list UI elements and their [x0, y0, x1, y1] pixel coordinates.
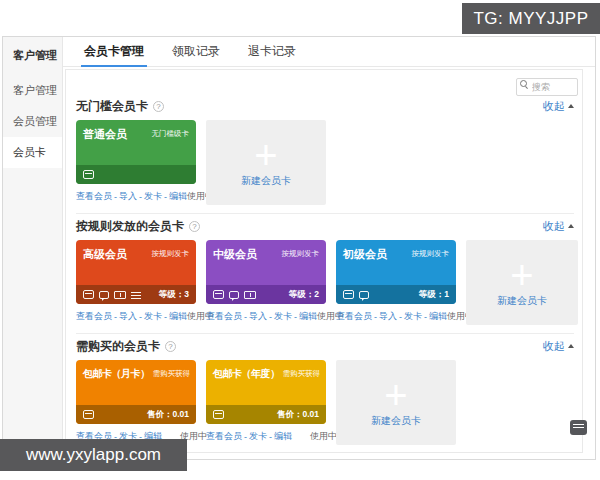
member-card-shipping-yearly: 包邮卡（年度） 需购买获得 售价：0.01 查看会员 - 发卡 [206, 360, 326, 443]
link-separator: - [269, 312, 272, 322]
link-edit[interactable]: 编辑 [169, 190, 187, 203]
new-member-card-tile[interactable]: + 新建会员卡 [336, 360, 456, 445]
new-card-label: 新建会员卡 [371, 414, 421, 428]
card-type-badge: 按规则发卡 [282, 247, 320, 285]
link-separator: - [114, 192, 117, 202]
link-separator: - [269, 432, 272, 442]
help-icon[interactable]: ? [189, 221, 200, 232]
link-separator: - [114, 312, 117, 322]
card-strip-text: 等级：3 [159, 289, 189, 301]
link-import[interactable]: 导入 [119, 310, 137, 323]
card-title: 初级会员 [343, 247, 387, 285]
card-actions: 查看会员 - 导入 - 发卡 - 编辑 使用中 [336, 310, 467, 323]
collapse-label: 收起 [543, 219, 565, 234]
link-view-members[interactable]: 查看会员 [206, 310, 242, 323]
plus-icon: + [384, 377, 407, 413]
member-card-intermediate: 中级会员 按规则发卡 等级：2 查看会员 [206, 240, 326, 323]
card-type-badge: 需购买获得 [283, 367, 321, 405]
tab-member-card-management[interactable]: 会员卡管理 [81, 37, 147, 66]
section-rule-issued-cards: 按规则发放的会员卡 ? 收起 高级会员 按规则发卡 [76, 217, 578, 325]
link-separator: - [374, 312, 377, 322]
new-member-card-tile[interactable]: + 新建会员卡 [206, 120, 326, 205]
section-title: 需购买的会员卡 [76, 338, 160, 355]
section-purchase-cards: 需购买的会员卡 ? 收起 包邮卡（月卡） 需购买获得 [76, 337, 578, 445]
main-area: 会员卡管理 领取记录 退卡记录 无门槛会员卡 ? 收起 [63, 37, 595, 459]
plus-icon: + [254, 137, 277, 173]
link-separator: - [424, 312, 427, 322]
new-member-card-tile[interactable]: + 新建会员卡 [466, 240, 578, 325]
search-row [76, 73, 578, 94]
tab-bar: 会员卡管理 领取记录 退卡记录 [63, 37, 595, 67]
member-card-shipping-monthly: 包邮卡（月卡） 需购买获得 售价：0.01 查看会员 - 发卡 [76, 360, 196, 443]
card-type-badge: 按规则发卡 [412, 247, 450, 285]
section-divider [76, 333, 574, 334]
member-card-face[interactable]: 包邮卡（年度） 需购买获得 售价：0.01 [206, 360, 326, 424]
member-card-face[interactable]: 高级会员 按规则发卡 等级：3 [76, 240, 196, 304]
card-title: 普通会员 [83, 127, 127, 165]
collapse-arrow-icon [568, 344, 574, 348]
link-view-members[interactable]: 查看会员 [76, 190, 112, 203]
link-edit[interactable]: 编辑 [299, 310, 317, 323]
collapse-label: 收起 [543, 339, 565, 354]
link-separator: - [294, 312, 297, 322]
plus-icon: + [510, 257, 533, 293]
link-edit[interactable]: 编辑 [169, 310, 187, 323]
section-title: 按规则发放的会员卡 [76, 218, 184, 235]
link-separator: - [164, 192, 167, 202]
link-issue-card[interactable]: 发卡 [144, 310, 162, 323]
link-issue-card[interactable]: 发卡 [144, 190, 162, 203]
list-icon [131, 292, 141, 299]
section-title: 无门槛会员卡 [76, 98, 148, 115]
link-view-members[interactable]: 查看会员 [206, 430, 242, 443]
collapse-link[interactable]: 收起 [543, 219, 574, 234]
sidebar-item-customer-management[interactable]: 客户管理 [3, 75, 62, 106]
card-type-badge: 需购买获得 [153, 367, 191, 405]
member-card-junior: 初级会员 按规则发卡 等级：1 查看会员 - [336, 240, 456, 323]
sidebar-item-member-management[interactable]: 会员管理 [3, 106, 62, 137]
card-strip-text: 售价：0.01 [147, 409, 189, 421]
ticket-icon [244, 291, 256, 299]
link-separator: - [244, 432, 247, 442]
tab-card-return-records[interactable]: 退卡记录 [245, 37, 299, 66]
tab-claim-records[interactable]: 领取记录 [169, 37, 223, 66]
link-import[interactable]: 导入 [119, 190, 137, 203]
search-input[interactable] [516, 78, 578, 96]
link-edit[interactable]: 编辑 [429, 310, 447, 323]
message-icon [359, 291, 369, 299]
member-card-face[interactable]: 包邮卡（月卡） 需购买获得 售价：0.01 [76, 360, 196, 424]
feedback-chat-icon[interactable] [570, 420, 587, 435]
card-type-badge: 按规则发卡 [152, 247, 190, 285]
app-window: 客户管理 客户管理 会员管理 会员卡 会员卡管理 领取记录 退卡记录 无门槛会员… [2, 36, 596, 460]
member-card-face[interactable]: 初级会员 按规则发卡 等级：1 [336, 240, 456, 304]
link-import[interactable]: 导入 [379, 310, 397, 323]
link-view-members[interactable]: 查看会员 [76, 310, 112, 323]
link-issue-card[interactable]: 发卡 [274, 310, 292, 323]
link-edit[interactable]: 编辑 [274, 430, 292, 443]
link-issue-card[interactable]: 发卡 [404, 310, 422, 323]
new-card-label: 新建会员卡 [497, 294, 547, 308]
member-card-regular: 普通会员 无门槛级卡 查看会员 - 导入 - [76, 120, 196, 203]
link-import[interactable]: 导入 [249, 310, 267, 323]
card-actions: 查看会员 - 导入 - 发卡 - 编辑 使用中 [76, 310, 207, 323]
link-view-members[interactable]: 查看会员 [336, 310, 372, 323]
card-icon [213, 410, 224, 419]
collapse-link[interactable]: 收起 [543, 99, 574, 114]
collapse-arrow-icon [568, 104, 574, 108]
link-issue-card[interactable]: 发卡 [249, 430, 267, 443]
card-icon [83, 290, 94, 299]
card-icon [213, 290, 224, 299]
card-strip-text: 等级：1 [419, 289, 449, 301]
card-icon [83, 410, 94, 419]
section-divider [76, 213, 574, 214]
help-icon[interactable]: ? [153, 101, 164, 112]
member-card-face[interactable]: 普通会员 无门槛级卡 [76, 120, 196, 184]
card-strip-text: 售价：0.01 [277, 409, 319, 421]
help-icon[interactable]: ? [165, 341, 176, 352]
sidebar-item-member-card[interactable]: 会员卡 [3, 137, 62, 168]
collapse-link[interactable]: 收起 [543, 339, 574, 354]
member-card-face[interactable]: 中级会员 按规则发卡 等级：2 [206, 240, 326, 304]
search-box [516, 76, 578, 94]
card-actions: 查看会员 - 导入 - 发卡 - 编辑 使用中 [206, 310, 337, 323]
collapse-label: 收起 [543, 99, 565, 114]
ticket-icon [114, 291, 126, 299]
